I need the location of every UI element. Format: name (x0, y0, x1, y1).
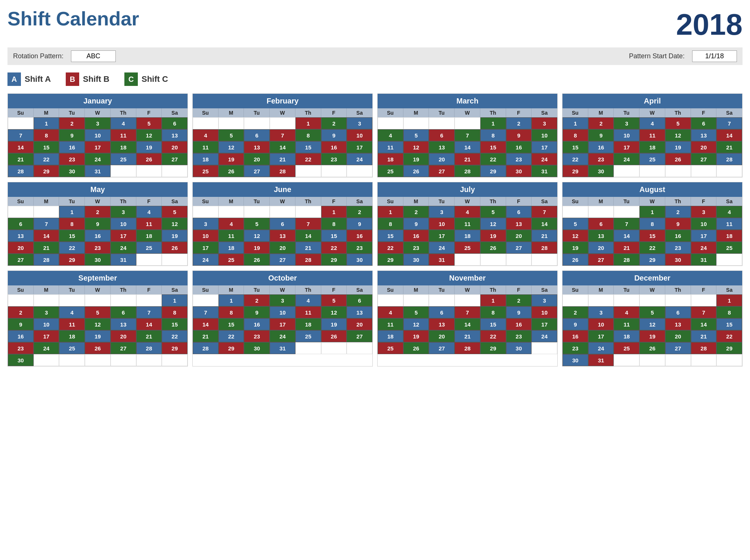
day-cell: 13 (429, 318, 455, 330)
day-cell: 21 (136, 330, 162, 342)
day-cell: 13 (429, 141, 455, 153)
shift-b-label: Shift B (83, 74, 109, 84)
day-cell: 15 (562, 141, 588, 153)
day-cell: 17 (531, 318, 557, 330)
day-header-cell: F (506, 108, 532, 117)
day-cell: 20 (8, 242, 34, 254)
day-cell: 29 (321, 254, 347, 266)
day-cell: 29 (562, 165, 588, 177)
month-header-march: March (378, 94, 557, 108)
empty-day-cell (321, 165, 347, 177)
day-headers-row: SuMTuWThFSa (193, 197, 372, 206)
day-cell: 13 (244, 141, 270, 153)
day-cell: 13 (111, 318, 136, 330)
day-cell: 27 (429, 165, 455, 177)
empty-day-cell (378, 294, 403, 306)
day-cell: 23 (321, 153, 347, 165)
day-cell: 7 (531, 206, 557, 218)
day-cell: 24 (34, 342, 59, 354)
day-cell: 14 (614, 230, 639, 242)
empty-day-cell (295, 206, 321, 218)
day-cell: 29 (162, 342, 188, 354)
day-cell: 14 (270, 141, 295, 153)
day-headers-row: SuMTuWThFSa (8, 197, 188, 206)
day-cell: 28 (531, 242, 557, 254)
month-header-october: October (193, 271, 372, 285)
day-cell: 26 (321, 330, 347, 342)
day-cell: 16 (562, 330, 588, 342)
rotation-pattern-value[interactable]: ABC (71, 50, 116, 62)
day-cell: 18 (378, 153, 403, 165)
day-header-cell: Tu (59, 285, 85, 294)
day-cell: 25 (59, 342, 85, 354)
day-header-cell: F (506, 197, 532, 206)
day-cell: 20 (244, 153, 270, 165)
day-cell: 1 (219, 294, 244, 306)
day-cell: 21 (455, 330, 480, 342)
day-header-cell: Su (562, 197, 588, 206)
day-cell: 22 (34, 153, 59, 165)
empty-day-cell (8, 294, 34, 306)
day-header-cell: W (455, 197, 480, 206)
shift-c-icon: C (124, 72, 138, 86)
day-cell: 28 (270, 165, 295, 177)
day-cell: 6 (429, 306, 455, 318)
day-cell: 13 (162, 129, 188, 141)
day-cell: 27 (588, 254, 614, 266)
day-cell: 16 (588, 141, 614, 153)
day-cell: 18 (378, 330, 403, 342)
empty-day-cell (270, 206, 295, 218)
empty-day-cell (295, 342, 321, 354)
day-cell: 25 (111, 153, 136, 165)
day-cell: 8 (162, 306, 188, 318)
empty-day-cell (639, 354, 665, 366)
day-cell: 5 (639, 306, 665, 318)
day-cell: 26 (403, 342, 429, 354)
day-cell: 16 (59, 141, 85, 153)
day-cell: 19 (321, 318, 347, 330)
day-cell: 28 (716, 153, 742, 165)
day-cell: 25 (193, 165, 219, 177)
day-cell: 4 (455, 206, 480, 218)
day-header-cell: F (691, 285, 717, 294)
day-header-cell: F (321, 285, 347, 294)
day-cell: 31 (691, 254, 717, 266)
day-cell: 1 (162, 294, 188, 306)
day-cell: 8 (219, 306, 244, 318)
day-header-cell: F (506, 285, 532, 294)
day-cell: 28 (193, 342, 219, 354)
day-cell: 3 (429, 206, 455, 218)
day-cell: 7 (193, 306, 219, 318)
day-cell: 25 (378, 342, 403, 354)
day-header-cell: W (639, 285, 665, 294)
day-cell: 14 (8, 141, 34, 153)
day-cell: 14 (716, 129, 742, 141)
day-cell: 6 (8, 218, 34, 230)
pattern-start-date-value[interactable]: 1/1/18 (692, 50, 737, 62)
empty-day-cell (531, 342, 557, 354)
day-cell: 17 (270, 318, 295, 330)
day-cell: 14 (295, 230, 321, 242)
day-cell: 9 (8, 318, 34, 330)
day-cell: 3 (111, 206, 136, 218)
day-header-cell: M (588, 108, 614, 117)
day-cell: 3 (531, 294, 557, 306)
day-header-cell: M (34, 285, 59, 294)
day-cell: 28 (295, 254, 321, 266)
calendar-march: MarchSuMTuWThFSa123456789101112131415161… (377, 93, 558, 177)
page-title: Shift Calendar (7, 7, 139, 30)
day-cell: 17 (85, 141, 111, 153)
day-cell: 17 (614, 141, 639, 153)
month-header-april: April (562, 94, 742, 108)
day-cell: 22 (162, 330, 188, 342)
day-cell: 15 (59, 230, 85, 242)
day-cell: 12 (85, 318, 111, 330)
day-cell: 11 (639, 129, 665, 141)
day-cell: 29 (219, 342, 244, 354)
empty-day-cell (34, 294, 59, 306)
day-cell: 23 (347, 242, 372, 254)
day-cell: 4 (639, 117, 665, 129)
rotation-pattern-label: Rotation Pattern: (13, 52, 63, 60)
day-cell: 17 (429, 230, 455, 242)
day-cell: 22 (480, 330, 506, 342)
